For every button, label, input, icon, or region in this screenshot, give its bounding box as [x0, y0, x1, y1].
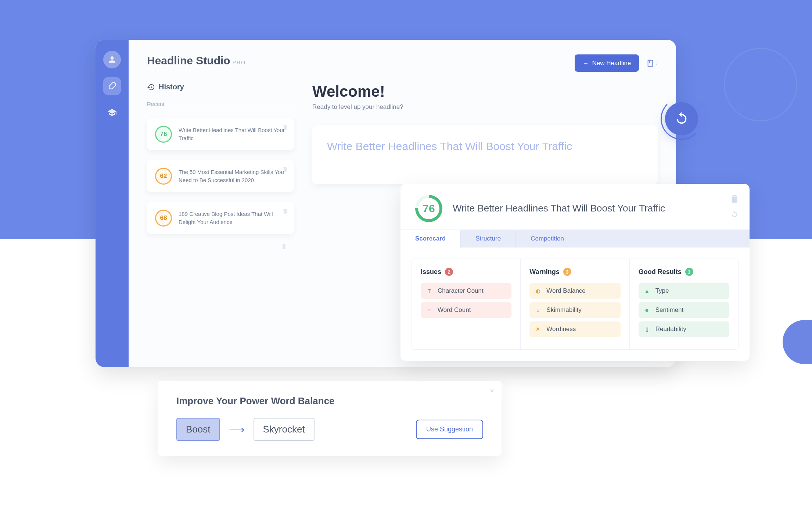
avatar-icon[interactable]	[103, 51, 121, 68]
analyze-button[interactable]	[665, 102, 698, 135]
issues-title: Issues	[421, 268, 441, 276]
issues-count: 2	[445, 268, 453, 276]
lines-icon: ≡	[425, 306, 433, 314]
warnings-title: Warnings	[529, 268, 559, 276]
pie-icon: ◐	[534, 287, 542, 295]
book-small-icon: ▯	[643, 325, 651, 333]
feather-icon[interactable]	[103, 77, 121, 95]
metric-sentiment[interactable]: ☻Sentiment	[639, 302, 729, 318]
scorecard-panel: 76 Write Better Headlines That Will Boos…	[400, 184, 750, 361]
history-item[interactable]: 62 The 50 Most Essential Marketing Skill…	[147, 160, 294, 192]
score-badge: 76	[155, 126, 172, 143]
text-icon: T	[425, 287, 433, 295]
metric-wordiness[interactable]: ✕Wordiness	[529, 321, 620, 337]
history-item[interactable]: 68 189 Creative Blog Post Ideas That Wil…	[147, 202, 294, 234]
results-grid: Issues 2 TCharacter Count ≡Word Count Wa…	[412, 259, 739, 350]
top-bar: Headline StudioPRO ＋ New Headline ›	[147, 54, 658, 72]
education-icon[interactable]	[103, 104, 121, 121]
decorative-leaf	[783, 320, 812, 364]
tab-scorecard[interactable]: Scorecard	[400, 230, 461, 248]
score-badge: 62	[155, 168, 172, 185]
scorecard-tabs: Scorecard Structure Competition	[400, 229, 750, 248]
suggestion-from-word: Boost	[176, 418, 220, 441]
metric-skimmability[interactable]: ⌕Skimmability	[529, 302, 620, 318]
warnings-count: 3	[563, 268, 571, 276]
refresh-icon	[674, 111, 689, 126]
history-item-text: 189 Creative Blog Post Ideas That Will D…	[179, 210, 286, 227]
scorecard-headline: Write Better Headlines That Will Boost Y…	[453, 202, 735, 215]
headline-score: 76	[415, 195, 442, 222]
good-results-count: 3	[685, 268, 693, 276]
history-title: History	[147, 83, 294, 91]
history-icon	[147, 83, 155, 91]
trash-icon[interactable]	[282, 208, 288, 214]
suggestion-to-word: Skyrocket	[254, 418, 315, 441]
good-results-column: Good Results 3 ▲Type ☻Sentiment ▯Readabi…	[630, 259, 738, 349]
suggestion-panel: × Improve Your Power Word Balance Boost …	[158, 381, 502, 456]
tab-competition[interactable]: Competition	[516, 230, 579, 248]
welcome-subtitle: Ready to level up your headline?	[312, 103, 658, 111]
trash-icon[interactable]	[282, 124, 288, 130]
metric-type[interactable]: ▲Type	[639, 283, 729, 299]
metric-word-balance[interactable]: ◐Word Balance	[529, 283, 620, 299]
new-headline-button[interactable]: ＋ New Headline	[575, 54, 639, 72]
chevron-right-icon: ›	[656, 60, 658, 66]
warnings-column: Warnings 3 ◐Word Balance ⌕Skimmability ✕…	[521, 259, 629, 349]
history-item-text: Write Better Headlines That Will Boost Y…	[179, 126, 286, 143]
app-title: Headline StudioPRO	[147, 54, 246, 67]
decorative-circle	[724, 48, 797, 121]
history-panel: History Recent 76 Write Better Headlines…	[147, 83, 294, 251]
search-icon: ⌕	[534, 306, 542, 314]
book-icon[interactable]: ›	[646, 59, 658, 67]
smile-icon: ☻	[643, 306, 651, 314]
x-icon: ✕	[534, 325, 542, 333]
headline-input[interactable]: Write Better Headlines That Will Boost Y…	[312, 125, 658, 184]
arrow-right-icon: ⟶	[229, 423, 245, 436]
issues-column: Issues 2 TCharacter Count ≡Word Count	[412, 259, 521, 349]
suggestion-title: Improve Your Power Word Balance	[176, 395, 483, 407]
metric-word-count[interactable]: ≡Word Count	[421, 302, 511, 318]
shapes-icon: ▲	[643, 287, 651, 295]
welcome-title: Welcome!	[312, 83, 658, 100]
trash-icon[interactable]	[282, 166, 288, 172]
trash-icon[interactable]	[281, 243, 287, 249]
clipboard-icon[interactable]	[730, 195, 739, 203]
use-suggestion-button[interactable]: Use Suggestion	[416, 420, 483, 439]
history-item-text: The 50 Most Essential Marketing Skills Y…	[179, 168, 286, 185]
recent-label: Recent	[147, 101, 294, 111]
metric-character-count[interactable]: TCharacter Count	[421, 283, 511, 299]
sidebar-rail	[96, 40, 129, 367]
history-item[interactable]: 76 Write Better Headlines That Will Boos…	[147, 118, 294, 150]
score-badge: 68	[155, 210, 172, 227]
plus-icon: ＋	[583, 59, 589, 67]
close-icon[interactable]: ×	[490, 387, 494, 395]
good-results-title: Good Results	[639, 268, 682, 276]
metric-readability[interactable]: ▯Readability	[639, 321, 729, 337]
refresh-small-icon[interactable]	[730, 210, 739, 218]
tab-structure[interactable]: Structure	[461, 230, 516, 248]
